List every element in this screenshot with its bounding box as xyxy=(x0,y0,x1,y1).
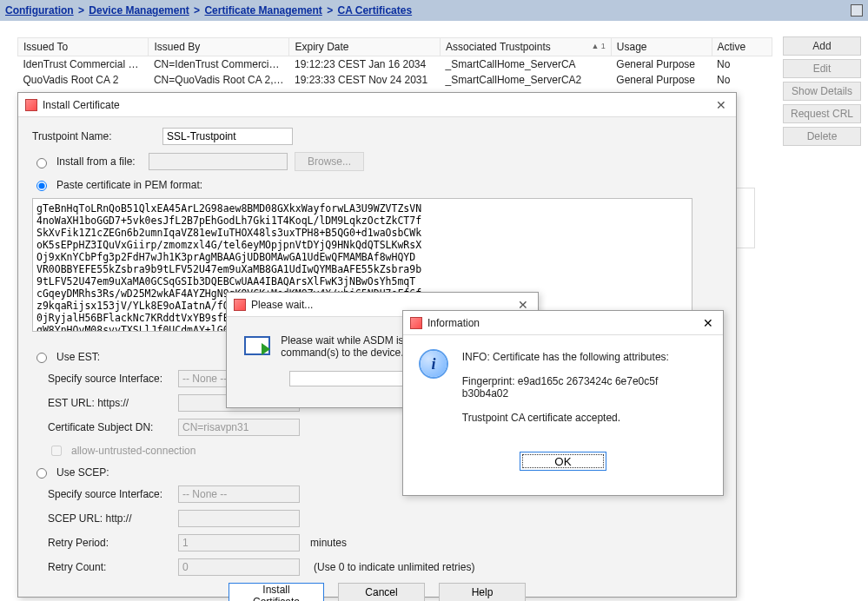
table-row[interactable]: QuoVadis Root CA 2 CN=QuoVadis Root CA 2… xyxy=(18,72,772,88)
cancel-button[interactable]: Cancel xyxy=(338,583,425,601)
file-path-input[interactable] xyxy=(149,153,288,170)
allow-untrusted-label: allow-untrusted-connection xyxy=(71,445,195,457)
est-source-interface-label: Specify source Interface: xyxy=(48,373,171,385)
info-accepted: Trustpoint CA certificate accepted. xyxy=(462,412,706,424)
crumb-ca-certificates[interactable]: CA Certificates xyxy=(338,4,413,17)
dialog-title: Information xyxy=(427,317,695,329)
request-crl-button[interactable]: Request CRL xyxy=(783,104,861,123)
use-scep-label: Use SCEP: xyxy=(56,466,109,479)
ok-button[interactable]: OK xyxy=(520,452,606,471)
help-button[interactable]: Help xyxy=(439,583,526,601)
app-icon xyxy=(234,299,246,311)
browse-button[interactable]: Browse... xyxy=(295,152,364,171)
edit-button[interactable]: Edit xyxy=(783,59,861,78)
delete-button[interactable]: Delete xyxy=(783,127,861,146)
window-maximize-button[interactable] xyxy=(851,4,863,17)
cell-issued-by: CN=QuoVadis Root CA 2, ... xyxy=(149,72,289,88)
info-fingerprint: Fingerprint: e9ad165c 2673424c 6e7e0c5f … xyxy=(462,375,706,400)
install-certificate-button[interactable]: Install Certificate xyxy=(229,583,324,601)
information-dialog: Information ✕ i INFO: Certificate has th… xyxy=(402,310,724,496)
retry-hint: (Use 0 to indicate unlimited retries) xyxy=(314,561,474,573)
scep-source-interface-select[interactable] xyxy=(178,485,300,503)
cert-subject-dn-input[interactable] xyxy=(178,419,300,436)
scep-url-label: SCEP URL: http:// xyxy=(48,512,171,525)
paste-pem-radio[interactable] xyxy=(36,181,47,191)
close-icon[interactable]: ✕ xyxy=(713,97,729,113)
dialog-title: Install Certificate xyxy=(43,99,708,111)
crumb-configuration[interactable]: Configuration xyxy=(5,4,74,17)
col-issued-to[interactable]: Issued To xyxy=(18,38,149,56)
deliver-icon xyxy=(242,334,268,362)
crumb-device-management[interactable]: Device Management xyxy=(89,4,189,17)
scep-source-interface-label: Specify source Interface: xyxy=(48,488,171,500)
paste-pem-label: Paste certificate in PEM format: xyxy=(56,179,202,191)
cell-active: No xyxy=(712,56,772,73)
app-icon xyxy=(25,99,37,111)
table-row[interactable]: IdenTrust Commercial Root... CN=IdenTrus… xyxy=(18,56,772,73)
col-usage[interactable]: Usage xyxy=(611,38,712,56)
est-url-label: EST URL: https:// xyxy=(48,397,171,409)
cell-expiry: 19:12:23 CEST Jan 16 2034 xyxy=(289,56,441,73)
cell-issued-to: IdenTrust Commercial Root... xyxy=(18,56,149,73)
minutes-label: minutes xyxy=(310,537,347,549)
crumb-sep: > xyxy=(76,4,86,17)
dialog-title: Please wait... xyxy=(251,299,510,311)
cell-assoc: _SmartCallHome_ServerCA2 xyxy=(441,72,612,88)
show-details-button[interactable]: Show Details xyxy=(783,82,861,101)
breadcrumb: Configuration > Device Management > Cert… xyxy=(5,4,412,17)
allow-untrusted-checkbox[interactable] xyxy=(51,446,62,456)
info-line-1: INFO: Certificate has the following attr… xyxy=(462,351,706,363)
close-icon[interactable]: ✕ xyxy=(700,315,716,331)
cell-issued-by: CN=IdenTrust Commercial ... xyxy=(149,56,289,73)
dialog-titlebar[interactable]: Information ✕ xyxy=(403,311,723,335)
scep-url-input[interactable] xyxy=(178,510,300,527)
crumb-sep: > xyxy=(325,4,335,17)
cell-active: No xyxy=(712,72,772,88)
use-est-label: Use EST: xyxy=(56,351,100,363)
cert-subject-dn-label: Certificate Subject DN: xyxy=(48,421,171,433)
trustpoint-name-label: Trustpoint Name: xyxy=(32,130,156,142)
use-scep-radio[interactable] xyxy=(36,468,47,479)
install-from-file-label: Install from a file: xyxy=(56,155,142,168)
col-assoc-trustpoints[interactable]: Associated Trustpoints▲ 1 xyxy=(441,38,612,56)
col-expiry[interactable]: Expiry Date xyxy=(289,38,441,56)
cell-usage: General Purpose xyxy=(611,56,712,73)
trustpoint-name-input[interactable] xyxy=(162,128,293,145)
info-icon: i xyxy=(421,351,447,377)
app-icon xyxy=(410,317,422,329)
use-est-radio[interactable] xyxy=(36,353,47,363)
col-issued-by[interactable]: Issued By xyxy=(149,38,289,56)
certificate-table: Issued To Issued By Expiry Date Associat… xyxy=(17,36,772,90)
info-text: INFO: Certificate has the following attr… xyxy=(462,351,706,436)
install-from-file-radio[interactable] xyxy=(36,158,47,168)
cell-issued-to: QuoVadis Root CA 2 xyxy=(18,72,149,88)
dialog-titlebar[interactable]: Install Certificate ✕ xyxy=(18,93,736,117)
cell-assoc: _SmartCallHome_ServerCA xyxy=(441,56,612,73)
retry-count-input[interactable] xyxy=(178,558,300,576)
breadcrumb-bar: Configuration > Device Management > Cert… xyxy=(0,0,868,21)
sort-asc-icon: ▲ 1 xyxy=(591,42,605,50)
col-active[interactable]: Active xyxy=(712,38,772,56)
crumb-sep: > xyxy=(192,4,202,17)
action-sidebar: Add Edit Show Details Request CRL Delete xyxy=(783,36,861,146)
add-button[interactable]: Add xyxy=(783,36,861,56)
cell-usage: General Purpose xyxy=(611,72,712,88)
cell-expiry: 19:23:33 CEST Nov 24 2031 xyxy=(289,72,441,88)
retry-count-label: Retry Count: xyxy=(48,561,171,573)
retry-period-input[interactable] xyxy=(178,534,300,551)
crumb-certificate-management[interactable]: Certificate Management xyxy=(204,4,321,17)
retry-period-label: Retry Period: xyxy=(48,537,171,549)
